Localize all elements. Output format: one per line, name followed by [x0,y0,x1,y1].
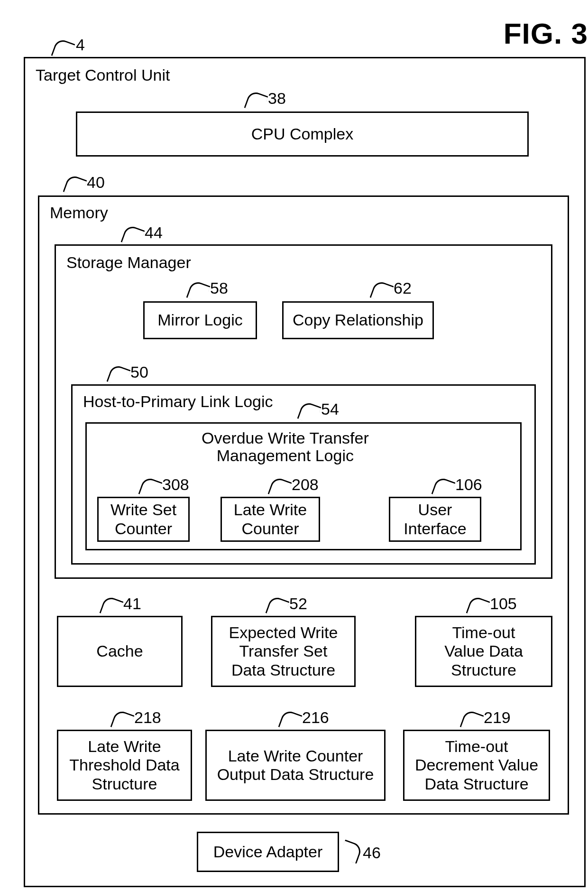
cpu-complex-label: CPU Complex [251,125,353,143]
cache-box: Cache [57,616,183,687]
diagram-stage: FIG. 3 4 Target Control Unit CPU Complex… [9,9,588,891]
memory-label: Memory [50,204,108,222]
ref-105: 105 [490,594,517,613]
ref-52: 52 [289,594,307,613]
late-write-threshold-label: Late Write Threshold Data Structure [69,737,179,793]
ref-38: 38 [268,89,286,108]
user-interface-label: User Interface [404,501,466,538]
write-set-counter-box: Write Set Counter [97,497,190,542]
ref-106: 106 [455,475,482,494]
ref-46: 46 [363,844,381,862]
copy-relationship-box: Copy Relationship [282,301,434,339]
ref-308: 308 [162,475,189,494]
ref-62: 62 [394,279,412,297]
expected-write-box: Expected Write Transfer Set Data Structu… [211,616,356,687]
late-write-counter-box: Late Write Counter [220,497,320,542]
late-write-counter-output-label: Late Write Counter Output Data Structure [217,747,374,784]
timeout-value-box: Time-out Value Data Structure [415,616,552,687]
device-adapter-label: Device Adapter [213,843,323,861]
ref-216: 216 [302,708,329,727]
ref-208: 208 [292,475,319,494]
timeout-value-label: Time-out Value Data Structure [444,623,523,679]
target-control-unit-label: Target Control Unit [36,66,170,84]
ref-44: 44 [145,223,163,242]
storage-manager-label: Storage Manager [66,254,191,271]
ref-58: 58 [210,279,228,297]
mirror-logic-box: Mirror Logic [143,301,257,339]
user-interface-box: User Interface [389,497,481,542]
ref-54: 54 [321,400,339,418]
mirror-logic-label: Mirror Logic [157,311,242,329]
timeout-decrement-box: Time-out Decrement Value Data Structure [403,730,550,801]
host-primary-link-label: Host-to-Primary Link Logic [83,393,273,410]
device-adapter-box: Device Adapter [197,832,339,872]
expected-write-label: Expected Write Transfer Set Data Structu… [229,623,338,679]
cache-label: Cache [96,642,143,660]
figure-label: FIG. 3 [504,17,588,50]
ref-41: 41 [123,594,141,613]
overdue-write-label: Overdue Write Transfer Management Logic [202,429,369,465]
copy-relationship-label: Copy Relationship [293,311,423,329]
late-write-threshold-box: Late Write Threshold Data Structure [57,730,192,801]
late-write-counter-output-box: Late Write Counter Output Data Structure [205,730,386,801]
ref-219: 219 [484,708,511,727]
timeout-decrement-label: Time-out Decrement Value Data Structure [415,737,538,793]
ref-218: 218 [134,708,161,727]
ref-40: 40 [87,173,105,192]
late-write-counter-label: Late Write Counter [234,501,307,538]
write-set-counter-label: Write Set Counter [110,501,176,538]
ref-4: 4 [76,36,85,54]
cpu-complex-box: CPU Complex [76,111,529,157]
ref-50: 50 [130,363,148,381]
